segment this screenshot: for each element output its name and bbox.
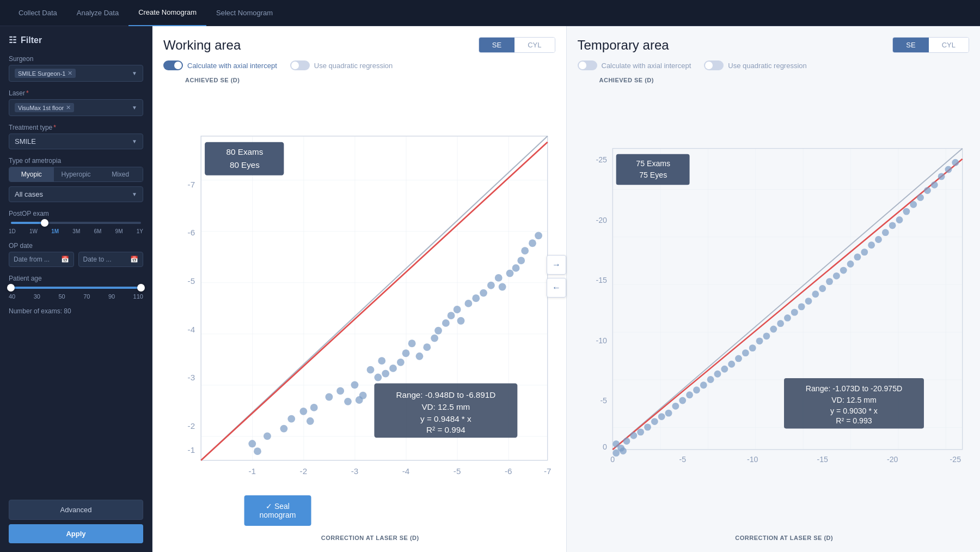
nav-create-nomogram[interactable]: Create Nomogram bbox=[128, 0, 206, 26]
apply-button[interactable]: Apply bbox=[9, 524, 143, 543]
working-se-button[interactable]: SE bbox=[479, 38, 514, 52]
svg-point-43 bbox=[480, 289, 487, 297]
filter-icon: ☷ bbox=[9, 35, 16, 45]
svg-text:-15: -15 bbox=[817, 455, 828, 464]
cases-dropdown[interactable]: All cases ▼ bbox=[9, 186, 143, 202]
age-slider-thumb-left[interactable] bbox=[7, 284, 15, 292]
temp-cyl-button[interactable]: CYL bbox=[929, 38, 969, 52]
axial-intercept-switch-knob bbox=[174, 62, 182, 69]
svg-text:-5: -5 bbox=[600, 396, 607, 405]
svg-point-103 bbox=[770, 326, 777, 333]
nav-analyze-data[interactable]: Analyze Data bbox=[67, 0, 128, 26]
svg-text:-1: -1 bbox=[248, 466, 256, 476]
svg-point-17 bbox=[280, 425, 287, 433]
svg-point-33 bbox=[416, 353, 424, 360]
svg-text:-1: -1 bbox=[188, 445, 195, 454]
axial-intercept-toggle[interactable]: Calculate with axial intercept bbox=[163, 60, 277, 70]
svg-point-87 bbox=[658, 413, 665, 420]
svg-point-101 bbox=[756, 337, 763, 344]
svg-point-15 bbox=[254, 447, 261, 455]
svg-point-119 bbox=[881, 229, 889, 236]
age-slider-labels: 40 30 50 70 90 110 bbox=[9, 293, 143, 300]
hyperopic-btn[interactable]: Hyperopic bbox=[54, 167, 99, 181]
svg-point-54 bbox=[356, 396, 363, 404]
svg-point-124 bbox=[917, 194, 924, 201]
cases-dropdown-arrow: ▼ bbox=[132, 191, 137, 197]
temp-quadratic-toggle[interactable]: Use quadratic regression bbox=[704, 60, 807, 70]
working-cyl-button[interactable]: CYL bbox=[514, 38, 554, 52]
temp-controls-row: Calculate with axial intercept Use quadr… bbox=[578, 60, 970, 70]
temp-se-button[interactable]: SE bbox=[893, 38, 928, 52]
axial-intercept-switch-track[interactable] bbox=[163, 60, 183, 70]
surgeon-tag-remove[interactable]: ✕ bbox=[68, 70, 72, 77]
svg-point-98 bbox=[735, 355, 742, 362]
working-area-header: Working area SE CYL bbox=[163, 37, 555, 53]
working-area: Working area SE CYL Calculate with axial… bbox=[152, 26, 567, 552]
svg-text:R² = 0.993: R² = 0.993 bbox=[836, 416, 872, 425]
laser-dropdown[interactable]: VisuMax 1st floor ✕ ▼ bbox=[9, 99, 143, 116]
nav-select-nomogram[interactable]: Select Nomogram bbox=[206, 0, 283, 26]
svg-point-37 bbox=[442, 319, 450, 327]
svg-point-111 bbox=[826, 278, 833, 285]
arrow-left-button[interactable]: ← bbox=[547, 278, 566, 298]
svg-point-18 bbox=[287, 415, 295, 423]
treatment-section: Treatment type* SMILE ▼ bbox=[9, 124, 143, 149]
temp-axial-intercept-switch-track[interactable] bbox=[578, 60, 597, 70]
sidebar-title: ☷ Filter bbox=[9, 35, 143, 45]
temp-quadratic-switch-track[interactable] bbox=[704, 60, 724, 70]
svg-text:R² = 0.994: R² = 0.994 bbox=[426, 425, 465, 434]
svg-text:Range: -1.073D to -20.975D: Range: -1.073D to -20.975D bbox=[805, 384, 902, 393]
nav-collect-data[interactable]: Collect Data bbox=[9, 0, 67, 26]
surgeon-dropdown[interactable]: SMILE Surgeon-1 ✕ ▼ bbox=[9, 65, 143, 82]
svg-point-112 bbox=[832, 272, 840, 280]
svg-text:-7: -7 bbox=[188, 180, 195, 189]
svg-point-108 bbox=[805, 298, 812, 305]
svg-point-51 bbox=[529, 239, 536, 247]
svg-point-22 bbox=[336, 387, 344, 395]
svg-point-115 bbox=[854, 253, 861, 260]
temp-axial-intercept-switch-knob bbox=[579, 62, 586, 69]
postop-slider-track[interactable] bbox=[11, 222, 141, 224]
svg-point-100 bbox=[749, 344, 756, 351]
svg-point-34 bbox=[423, 343, 431, 351]
date-range-row: Date from ... 📅 Date to ... 📅 bbox=[9, 252, 143, 267]
calendar-icon-from: 📅 bbox=[61, 256, 69, 263]
age-slider-thumb-right[interactable] bbox=[137, 284, 145, 292]
mixed-btn[interactable]: Mixed bbox=[98, 167, 143, 181]
opdate-label: OP date bbox=[9, 242, 143, 250]
quadratic-switch-track[interactable] bbox=[290, 60, 310, 70]
postop-slider-thumb[interactable] bbox=[41, 219, 48, 227]
age-slider-track[interactable] bbox=[11, 287, 141, 289]
svg-text:-6: -6 bbox=[505, 466, 512, 476]
treatment-dropdown[interactable]: SMILE ▼ bbox=[9, 134, 143, 149]
svg-point-48 bbox=[512, 264, 520, 272]
svg-point-88 bbox=[665, 410, 672, 417]
age-label: Patient age bbox=[9, 275, 143, 282]
date-from-input[interactable]: Date from ... 📅 bbox=[9, 252, 74, 267]
svg-point-28 bbox=[382, 370, 389, 378]
svg-text:-10: -10 bbox=[596, 336, 607, 345]
laser-section: Laser* VisuMax 1st floor ✕ ▼ bbox=[9, 89, 143, 116]
svg-point-19 bbox=[299, 408, 307, 415]
quadratic-label: Use quadratic regression bbox=[314, 62, 393, 70]
svg-text:VD: 12.5 mm: VD: 12.5 mm bbox=[831, 396, 876, 404]
temp-area-toggle: SE CYL bbox=[892, 37, 969, 53]
svg-point-113 bbox=[840, 267, 847, 274]
advanced-button[interactable]: Advanced bbox=[9, 500, 143, 520]
myopic-btn[interactable]: Myopic bbox=[9, 167, 54, 181]
svg-point-85 bbox=[644, 423, 651, 430]
svg-point-93 bbox=[700, 381, 707, 389]
surgeon-section: Surgeon SMILE Surgeon-1 ✕ ▼ bbox=[9, 55, 143, 82]
exams-count: Number of exams: 80 bbox=[9, 307, 143, 315]
seal-nomogram-button[interactable]: ✓ Seal nomogram bbox=[244, 495, 311, 526]
date-to-input[interactable]: Date to ... 📅 bbox=[78, 252, 144, 267]
svg-text:0: 0 bbox=[610, 455, 615, 464]
quadratic-toggle[interactable]: Use quadratic regression bbox=[290, 60, 393, 70]
temp-chart-svg: -25 -20 -15 -10 -5 0 0 -5 -10 -15 -20 -2… bbox=[578, 86, 970, 533]
svg-point-27 bbox=[378, 357, 385, 365]
opdate-section: OP date Date from ... 📅 Date to ... 📅 bbox=[9, 242, 143, 267]
laser-tag-remove[interactable]: ✕ bbox=[66, 104, 71, 111]
svg-point-95 bbox=[714, 371, 721, 378]
temp-axial-intercept-toggle[interactable]: Calculate with axial intercept bbox=[578, 60, 691, 70]
arrow-right-button[interactable]: → bbox=[547, 255, 566, 275]
